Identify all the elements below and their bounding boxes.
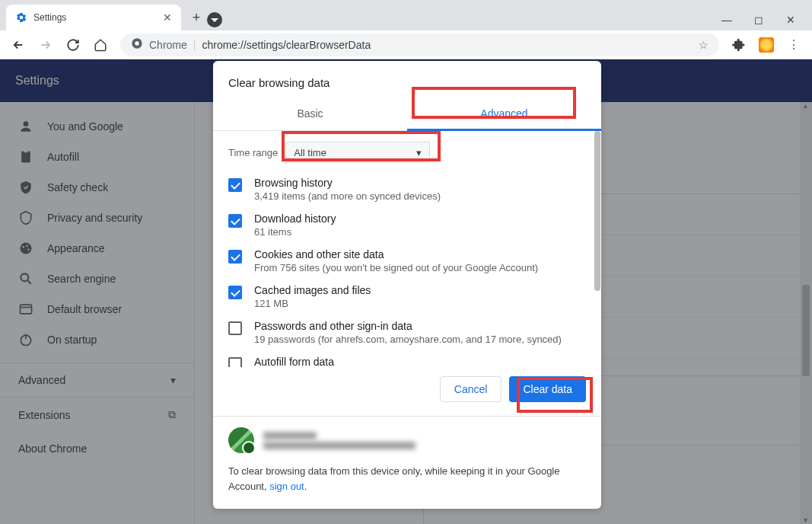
item-subtitle: 61 items: [254, 226, 336, 238]
item-title: Download history: [254, 212, 336, 225]
data-type-row: Cookies and other site dataFrom 756 site…: [228, 248, 586, 273]
dialog-footer-text: To clear browsing data from this device …: [213, 464, 601, 494]
avatar: [228, 427, 254, 453]
item-subtitle: 19 passwords (for ahrefs.com, amoyshare.…: [254, 334, 562, 345]
home-button[interactable]: [88, 33, 113, 57]
dialog-scrollbar[interactable]: [594, 131, 601, 367]
clear-browsing-data-dialog: Clear browsing data Basic Advanced Time …: [213, 61, 601, 509]
omnibox-url: chrome://settings/clearBrowserData: [202, 39, 371, 51]
close-icon[interactable]: ✕: [163, 11, 172, 24]
item-subtitle: 3,419 items (and more on synced devices): [254, 190, 441, 202]
checkbox[interactable]: [228, 286, 242, 299]
omnibox-scheme: Chrome: [149, 39, 187, 51]
address-bar[interactable]: Chrome | chrome://settings/clearBrowserD…: [120, 34, 719, 56]
item-subtitle: From 756 sites (you won't be signed out …: [254, 262, 538, 273]
checkbox[interactable]: [228, 178, 242, 192]
checkbox[interactable]: [228, 321, 242, 335]
back-button[interactable]: [6, 33, 30, 57]
sign-out-link[interactable]: sign out: [269, 481, 304, 492]
maximize-button[interactable]: ◻: [750, 14, 768, 26]
close-window-button[interactable]: ✕: [782, 14, 800, 26]
checkbox[interactable]: [228, 250, 242, 264]
account-info: [213, 417, 601, 464]
time-range-value: All time: [294, 147, 326, 158]
time-range-label: Time range: [228, 147, 278, 158]
svg-point-1: [135, 41, 139, 45]
tab-title: Settings: [33, 12, 66, 23]
bookmark-icon[interactable]: ☆: [699, 39, 709, 51]
browser-toolbar: Chrome | chrome://settings/clearBrowserD…: [0, 30, 812, 59]
item-subtitle: 121 MB: [254, 298, 371, 309]
data-type-row: Cached images and files121 MB: [228, 284, 586, 309]
chevron-down-icon: ▾: [416, 147, 422, 158]
dialog-title: Clear browsing data: [213, 61, 601, 98]
data-type-row: Autofill form data: [228, 356, 586, 367]
item-title: Passwords and other sign-in data: [254, 320, 562, 332]
menu-button[interactable]: ⋮: [782, 33, 806, 57]
data-type-row: Passwords and other sign-in data19 passw…: [228, 320, 586, 345]
chrome-icon: [131, 37, 143, 52]
item-title: Autofill form data: [254, 356, 334, 367]
dialog-tabs: Basic Advanced: [213, 98, 601, 131]
item-title: Cookies and other site data: [254, 248, 538, 260]
item-title: Cached images and files: [254, 284, 371, 296]
window-titlebar: Settings ✕ + — ◻ ✕: [0, 0, 812, 30]
checkbox[interactable]: [228, 214, 242, 228]
cancel-button[interactable]: Cancel: [440, 376, 502, 402]
data-type-row: Download history61 items: [228, 212, 586, 238]
tab-basic[interactable]: Basic: [213, 98, 407, 130]
gear-icon: [15, 11, 27, 24]
new-tab-button[interactable]: +: [186, 7, 207, 28]
reload-button[interactable]: [61, 33, 85, 57]
minimize-button[interactable]: —: [718, 14, 736, 26]
checkbox[interactable]: [228, 357, 242, 367]
profile-button[interactable]: [207, 12, 222, 27]
time-range-select[interactable]: All time ▾: [285, 142, 430, 163]
clear-data-button[interactable]: Clear data: [509, 376, 586, 402]
extensions-button[interactable]: [727, 33, 751, 57]
data-type-row: Browsing history3,419 items (and more on…: [228, 177, 586, 202]
tab-advanced[interactable]: Advanced: [407, 98, 601, 131]
browser-tab[interactable]: Settings ✕: [6, 5, 181, 30]
forward-button[interactable]: [33, 33, 58, 57]
account-text-blurred: [263, 430, 416, 452]
item-title: Browsing history: [254, 177, 441, 189]
extension-icon[interactable]: [754, 33, 779, 57]
window-controls: — ◻ ✕: [718, 14, 812, 30]
